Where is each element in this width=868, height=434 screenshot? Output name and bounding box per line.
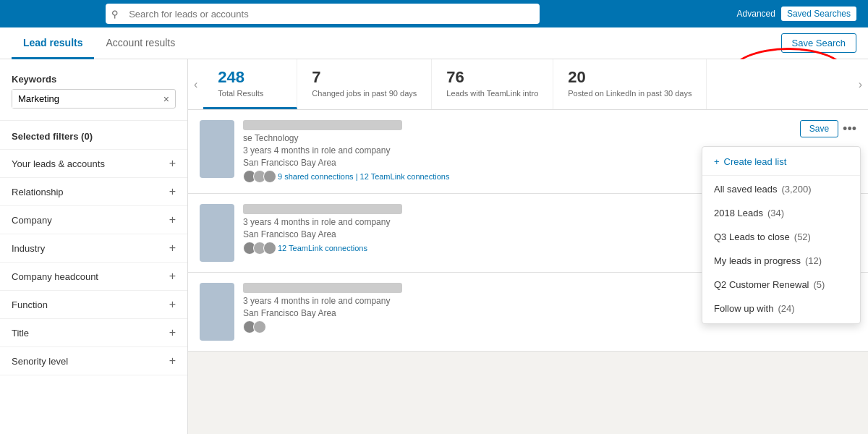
filter-relationship[interactable]: Relationship + [0, 178, 187, 206]
dropdown-item-1-count: (34) [767, 208, 784, 218]
dropdown-item-0-label: All saved leads [714, 184, 777, 195]
dropdown-item-3-count: (12) [805, 255, 822, 266]
tabs: Lead results Account results [12, 28, 187, 59]
lead-1-actions: Save ••• [800, 120, 856, 137]
lead-2-conn-avatars [243, 242, 273, 255]
content-area: ‹ 248 Total Results 7 Changed jobs in pa… [188, 59, 868, 434]
stat-number-total: 248 [218, 68, 282, 87]
dropdown-item-3-label: My leads in progress [714, 255, 801, 266]
lead-3-photo-placeholder [200, 283, 234, 341]
lead-3-name-placeholder [243, 283, 402, 293]
stat-label-teamlink: Leads with TeamLink intro [446, 88, 538, 98]
lead-1-photo-placeholder [200, 120, 234, 178]
expand-function-icon: + [169, 298, 176, 311]
expand-your-leads-icon: + [169, 157, 176, 170]
filter-title-label: Title [12, 328, 29, 339]
sidebar-divider [0, 120, 187, 121]
dropdown-item-2-label: Q3 Leads to close [714, 231, 790, 242]
dropdown-item-0-count: (3,200) [781, 184, 811, 195]
clear-keyword-button[interactable]: × [158, 90, 175, 108]
lead-card-1-wrap: se Technology 3 years 4 months in role a… [188, 110, 868, 194]
lead-1-name-bar [243, 120, 791, 130]
conn-avatar-8 [253, 320, 266, 333]
stat-number-posted: 20 [568, 68, 692, 87]
expand-title-icon: + [169, 326, 176, 339]
expand-seniority-icon: + [169, 354, 176, 367]
filter-industry[interactable]: Industry + [0, 234, 187, 263]
dropdown-item-5-count: (24) [778, 303, 794, 314]
sub-nav: Lead results Account results Save Search [0, 27, 868, 59]
filter-company-label: Company [12, 215, 52, 226]
dropdown-item-2[interactable]: Q3 Leads to close (52) [702, 225, 860, 249]
expand-company-headcount-icon: + [169, 270, 176, 283]
lead-1-save-button[interactable]: Save [800, 120, 838, 137]
keywords-section: Keywords × [0, 68, 187, 117]
expand-relationship-icon: + [169, 185, 176, 198]
advanced-link[interactable]: Advanced [737, 9, 775, 19]
stat-posted[interactable]: 20 Posted on LinkedIn in past 30 days [553, 59, 707, 109]
search-input[interactable] [106, 4, 540, 24]
lead-1-conn-text: 9 shared connections | 12 TeamLink conne… [278, 172, 449, 181]
dropdown-item-5[interactable]: Follow up with (24) [702, 297, 860, 320]
stat-label-total: Total Results [218, 88, 282, 98]
lead-3-conn-avatars [243, 320, 263, 333]
stat-label-changed: Changed jobs in past 90 days [312, 88, 417, 98]
stat-changed-jobs[interactable]: 7 Changed jobs in past 90 days [297, 59, 432, 109]
stats-nav-left[interactable]: ‹ [188, 59, 203, 109]
create-lead-list-item[interactable]: + Create lead list [702, 150, 860, 174]
filter-company-headcount[interactable]: Company headcount + [0, 263, 187, 291]
save-search-button[interactable]: Save Search [781, 33, 856, 53]
filter-your-leads-label: Your leads & accounts [12, 158, 105, 169]
filter-function-label: Function [12, 299, 48, 310]
dropdown-item-4-count: (5) [814, 279, 825, 290]
sub-nav-right: Save Search [781, 33, 856, 53]
filter-function[interactable]: Function + [0, 291, 187, 319]
dropdown-item-0[interactable]: All saved leads (3,200) [702, 177, 860, 201]
expand-company-icon: + [169, 213, 176, 226]
saved-searches-button[interactable]: Saved Searches [781, 7, 856, 21]
filter-industry-label: Industry [12, 243, 45, 254]
conn-avatar-3 [263, 170, 276, 183]
filter-selected-label: Selected filters (0) [12, 131, 93, 142]
keywords-label: Keywords [12, 74, 176, 85]
top-nav: ⚲ Advanced Saved Searches [0, 0, 868, 27]
filter-selected-filters[interactable]: Selected filters (0) [0, 124, 187, 150]
keyword-input-wrap: × [12, 89, 176, 109]
filter-relationship-label: Relationship [12, 187, 64, 197]
lead-1-more-button[interactable]: ••• [843, 122, 856, 135]
conn-avatar-6 [263, 242, 276, 255]
nav-right: Advanced Saved Searches [737, 7, 856, 21]
lead-2-photo-placeholder [200, 204, 234, 262]
filter-your-leads[interactable]: Your leads & accounts + [0, 150, 187, 178]
plus-icon: + [714, 156, 720, 167]
filter-seniority-label: Senority level [12, 356, 68, 367]
lead-1-dropdown: + Create lead list All saved leads (3,20… [702, 146, 861, 324]
search-bar[interactable]: ⚲ [106, 4, 540, 24]
lead-1-conn-avatars [243, 170, 273, 183]
filter-seniority[interactable]: Senority level + [0, 347, 187, 375]
tab-lead-results[interactable]: Lead results [12, 28, 94, 59]
dropdown-item-1[interactable]: 2018 Leads (34) [702, 201, 860, 225]
filter-company[interactable]: Company + [0, 206, 187, 234]
dropdown-item-1-label: 2018 Leads [714, 208, 763, 218]
search-icon: ⚲ [111, 9, 119, 20]
stats-nav-right[interactable]: › [853, 59, 868, 109]
stat-number-changed: 7 [312, 68, 417, 87]
stat-number-teamlink: 76 [446, 68, 538, 87]
filter-company-headcount-label: Company headcount [12, 271, 98, 282]
lead-2-conn-text: 12 TeamLink connections [278, 244, 367, 252]
tab-account-results[interactable]: Account results [94, 28, 187, 59]
stat-label-posted: Posted on LinkedIn in past 30 days [568, 88, 692, 98]
dropdown-divider [702, 175, 860, 176]
sidebar: Keywords × Selected filters (0) Your lea… [0, 59, 188, 434]
stat-teamlink[interactable]: 76 Leads with TeamLink intro [432, 59, 553, 109]
keyword-input[interactable] [12, 90, 158, 108]
dropdown-item-3[interactable]: My leads in progress (12) [702, 249, 860, 273]
expand-industry-icon: + [169, 242, 176, 255]
dropdown-item-4-label: Q2 Customer Renewal [714, 279, 809, 290]
stats-bar: ‹ 248 Total Results 7 Changed jobs in pa… [188, 59, 868, 110]
lead-2-name-placeholder [243, 204, 402, 214]
dropdown-item-4[interactable]: Q2 Customer Renewal (5) [702, 273, 860, 297]
filter-title[interactable]: Title + [0, 319, 187, 347]
stat-total-results[interactable]: 248 Total Results [203, 59, 297, 109]
